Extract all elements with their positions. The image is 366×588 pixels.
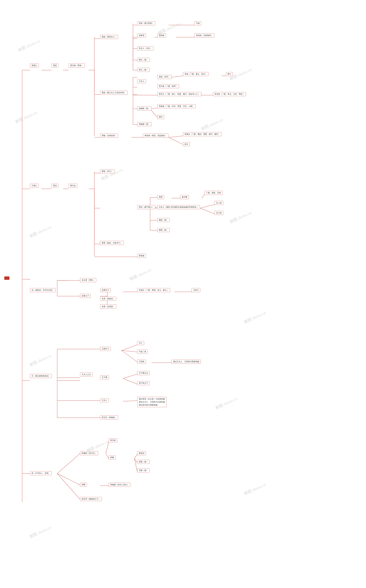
- node-jia_yan: 贾演: [52, 184, 58, 188]
- node-wang_xifeng_node: 王熙凤: [137, 360, 146, 364]
- node-rongguo: 荣国公: [30, 63, 39, 68]
- watermark-10: 树图 shutu.cn: [29, 353, 52, 368]
- node-wang_furen2_link: 通过贾母（史太君）与史家联姻 通过王夫人、王熙凤与王家联姻 通过薛宝钗与贾家联姻: [137, 397, 166, 407]
- node-jia_zhen_node: 贾珍（袭宁国公）: [137, 205, 155, 209]
- node-yingchun: 贾迎春: [157, 33, 166, 38]
- svg-line-98: [134, 458, 137, 472]
- node-baoning_zi: 保宁侯之子: [137, 381, 150, 385]
- node-wang_furen: 王夫人: [137, 79, 146, 83]
- watermark-14: 树图 shutu.cn: [29, 525, 52, 540]
- node-you_furen: 尤夫人（继室·尤氏继母尤老娘改嫁时带来两女）: [157, 205, 200, 209]
- watermark-9: 树图 shutu.cn: [243, 310, 267, 325]
- node-zhou_yiniang: 周姨娘（妾）: [137, 122, 152, 126]
- node-xue_ke: 薛蝌: [80, 483, 87, 487]
- svg-line-88: [123, 374, 137, 379]
- watermark-6: 树图 shutu.cn: [29, 224, 52, 239]
- node-wang_fam: 王（都太尉统制县伯）: [30, 374, 52, 378]
- node-shi_ding: 史鼎（保龄侯）: [100, 297, 116, 301]
- watermark-8: 树图 shutu.cn: [129, 267, 152, 282]
- node-cuiyun: 翠云（妾）: [137, 68, 150, 72]
- node-xue_pan: 薛蟠: [109, 456, 115, 460]
- svg-line-91: [57, 454, 80, 473]
- node-ya_ruizhu: 丫鬟：瑞珠、宝珠: [205, 191, 222, 195]
- node-wang_changjie_node: 王家长子: [100, 347, 111, 351]
- node-wang_ren: 王仁: [137, 341, 144, 345]
- node-jia_daihua: 贾代化: [69, 184, 77, 188]
- node-shi_xiangyun: 史湘云（丫鬟：翠缕、笑儿、篆儿）: [137, 288, 170, 292]
- node-qin_keqing: 秦可卿: [180, 195, 189, 199]
- node-wang_furen_parent: 王夫人之父: [80, 372, 92, 377]
- watermark-5: 树图 shutu.cn: [100, 167, 124, 182]
- node-shi_ding2: 史鼐（忠靖侯）: [100, 305, 116, 309]
- node-qiaojie_ernai: 巧姐二舅: [137, 350, 148, 354]
- node-shi_jia_gongzi: 史家公子: [80, 294, 91, 298]
- svg-line-85: [122, 350, 137, 352]
- svg-line-93: [57, 473, 80, 499]
- node-you_erjie: 尤二姐: [214, 201, 223, 205]
- node-xue_baoqin: 薛宝琴（梅翰林之子）: [80, 497, 102, 501]
- node-miaoyu: 妙玉: [183, 142, 190, 146]
- node-xue_baochai: 薛宝钗（丫鬟：莺儿、文杏、莺官）: [213, 92, 246, 96]
- svg-line-89: [123, 379, 137, 384]
- node-jia_jing: 贾敬（早天）: [100, 169, 114, 173]
- svg-line-95: [106, 454, 109, 458]
- node-jia_zhu2: 贾珠（早卒）: [157, 75, 172, 79]
- node-wang_xifeng_link: 通过王夫人、王熙凤与贾家联姻: [172, 360, 201, 364]
- node-xue_fam: 薛（中书舍人、皇商）: [30, 471, 52, 475]
- watermark-4: 树图 shutu.cn: [200, 117, 224, 132]
- node-wang_furen2: 王夫人: [100, 398, 109, 402]
- node-jia_zheng: 贾政（妻王夫人工部员外郎）: [100, 91, 127, 95]
- svg-line-43: [169, 136, 183, 137]
- node-zhao_yiniang: 赵姨娘（妾）: [137, 107, 152, 110]
- svg-line-44: [169, 137, 183, 145]
- node-lizi: 李纨（丫鬟：素云、碧月）: [183, 72, 208, 76]
- node-jia_rong_node: 贾蓉: [157, 195, 164, 199]
- svg-line-63: [202, 194, 205, 198]
- watermark-7: 树图 shutu.cn: [229, 210, 252, 225]
- node-yinghong: 映红（妾）: [137, 58, 150, 62]
- watermark-13: 树图 shutu.cn: [243, 482, 267, 497]
- node-shi_fam: 史（保龄侯、尚书令史侯）: [30, 288, 55, 292]
- node-xue_yima_node: 薛姨妈（薛王氏）: [80, 451, 98, 455]
- node-jialan: 贾兰: [226, 72, 233, 76]
- node-shi_tai_jun: 史太君（贾母）: [80, 278, 96, 282]
- node-lin_ruhai: 林如海（探花、巡盐御史）: [143, 134, 168, 138]
- node-xiang_ling_qie: 香菱（妾）: [137, 460, 150, 464]
- node-xue_wang_shi: 薛王氏（薛姨妈）: [100, 416, 118, 419]
- node-yingchun_mu: 迎春母: [137, 33, 146, 38]
- node-xia_jingui: 夏金桂: [137, 451, 146, 455]
- node-jia_yuan1: 贾源: [52, 63, 58, 68]
- watermark-11: 树图 shutu.cn: [214, 396, 238, 411]
- svg-line-97: [134, 458, 137, 463]
- node-jia_she: 贾赦（贾刑夫人）: [100, 35, 118, 39]
- node-lin_daiyu: 林黛玉（丫鬟：紫鹃、雪雁、春纤、藕官）: [183, 132, 221, 136]
- svg-line-64: [200, 205, 214, 208]
- svg-line-32: [172, 76, 183, 77]
- svg-line-92: [57, 473, 80, 485]
- tree-lines: [0, 0, 366, 588]
- node-jia_huan: 贾环: [157, 115, 164, 119]
- node-ningguo: 宁国公: [30, 184, 39, 188]
- node-xiewen_qie: 携鸾（妾）: [157, 228, 170, 232]
- node-you_sanjie: 尤三姐: [214, 211, 223, 215]
- node-xue_baochai2: 薛宝钗: [109, 438, 117, 442]
- node-qiajie: 巧姐: [194, 21, 201, 25]
- node-wei_ruolan: 卫若兰: [191, 288, 200, 292]
- node-jia_baoyu: 贾宝玉（丫鬟：袭人、晴雯、麝月、秋纹等12人）: [157, 92, 201, 96]
- svg-line-65: [200, 208, 214, 214]
- svg-line-86: [122, 350, 137, 362]
- node-xing_xiuyan: 邢岫烟（邢夫人侄女）: [109, 483, 130, 487]
- main-title: [4, 276, 9, 280]
- node-wang_zieng: 王子腾: [100, 375, 109, 379]
- node-sun_shaozu: 孙绍组（兵部指挥）: [194, 33, 214, 38]
- node-tan_chun: 贾探春（丫鬟：侍书、翠墨、艾官、小蝉）: [157, 104, 196, 108]
- node-jia_qiang: 贾蔷（修道，后食丹亡）: [100, 241, 124, 245]
- svg-line-96: [134, 454, 137, 458]
- node-bao_chan_qie: 宝蟾（妾）: [137, 468, 150, 472]
- node-jia_min: 贾敏（夫林如海）: [100, 134, 118, 138]
- watermark-0: 树图 shutu.cn: [17, 38, 41, 53]
- node-wangzi_nv: 王子腾之女: [137, 371, 150, 375]
- svg-line-84: [122, 345, 137, 350]
- node-shi_changjie: 史家长子: [100, 288, 111, 292]
- node-jia_daisan1: 贾代善（贾母）: [69, 63, 85, 68]
